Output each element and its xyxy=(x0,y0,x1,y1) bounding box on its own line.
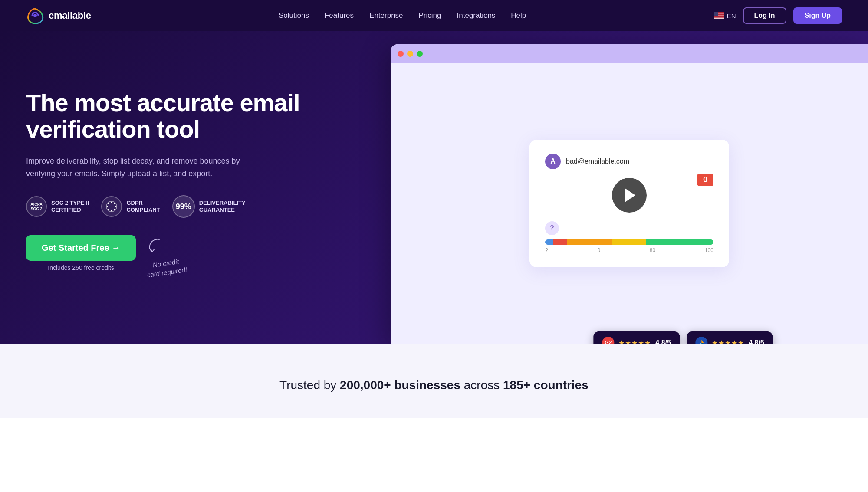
gdpr-badge: GDPRCOMPLIANT xyxy=(101,196,160,217)
hero-content: The most accurate email verification too… xyxy=(26,89,308,277)
email-address: bad@emailable.com xyxy=(566,157,629,165)
progress-green xyxy=(646,239,713,245)
capterra-rating-badge: ★★★★★ 4.8/5 xyxy=(687,331,773,344)
email-row: A bad@emailable.com xyxy=(545,154,713,169)
navbar: emailable Solutions Features Enterprise … xyxy=(0,0,868,31)
g2-score: 4.8/5 xyxy=(655,339,671,344)
play-container: 0 xyxy=(545,178,713,213)
hero-section: The most accurate email verification too… xyxy=(0,31,868,344)
svg-point-17 xyxy=(108,209,109,210)
nav-links: Solutions Features Enterprise Pricing In… xyxy=(279,11,526,20)
get-started-button[interactable]: Get Started Free → xyxy=(26,235,136,261)
label-zero: 0 xyxy=(597,247,600,253)
gdpr-stars-icon xyxy=(105,200,118,213)
browser-bar xyxy=(391,44,868,63)
signup-button[interactable]: Sign Up xyxy=(793,7,842,24)
no-credit-note-area: No creditcard required! xyxy=(146,235,187,277)
play-button[interactable] xyxy=(612,178,647,213)
score-badge: 0 xyxy=(697,174,713,186)
browser-content: A bad@emailable.com 0 ? xyxy=(391,63,868,344)
hero-visual: A bad@emailable.com 0 ? xyxy=(391,31,868,344)
progress-orange xyxy=(567,239,612,245)
deliverability-icon: 99% xyxy=(172,195,195,218)
progress-bar: ? 0 80 100 xyxy=(545,239,713,253)
progress-yellow xyxy=(612,239,646,245)
label-100: 100 xyxy=(705,247,713,253)
deliverability-badge: 99% DELIVERABILITYGUARANTEE xyxy=(172,195,246,218)
window-minimize-dot xyxy=(407,51,413,57)
logo-icon xyxy=(26,7,44,25)
cta-area: Get Started Free → Includes 250 free cre… xyxy=(26,235,308,277)
flag-icon xyxy=(714,12,724,19)
language-selector[interactable]: EN xyxy=(714,12,736,20)
svg-rect-7 xyxy=(714,17,724,17)
cta-sub-label: Includes 250 free credits xyxy=(48,264,114,271)
svg-point-14 xyxy=(115,206,117,207)
svg-point-12 xyxy=(111,210,112,212)
label-80: 80 xyxy=(650,247,655,253)
rating-badges: G2 ★★★★★ 4.8/5 ★★★ xyxy=(593,331,773,344)
nav-help[interactable]: Help xyxy=(511,11,526,20)
play-icon xyxy=(625,188,635,202)
soc2-badge: AICPASOC 2 SOC 2 TYPE IICERTIFIED xyxy=(26,196,89,217)
svg-point-18 xyxy=(114,209,115,210)
trusted-count: 200,000+ businesses xyxy=(340,378,460,392)
capterra-logo-svg xyxy=(697,339,705,344)
nav-enterprise[interactable]: Enterprise xyxy=(369,11,403,20)
trusted-section: Trusted by 200,000+ businesses across 18… xyxy=(0,344,868,418)
label-question: ? xyxy=(545,247,548,253)
progress-labels: ? 0 80 100 xyxy=(545,247,713,253)
svg-rect-6 xyxy=(714,16,724,16)
trusted-title: Trusted by 200,000+ businesses across 18… xyxy=(26,378,842,392)
soc2-icon: AICPASOC 2 xyxy=(26,196,47,217)
svg-point-15 xyxy=(108,203,109,204)
nav-right: EN Log In Sign Up xyxy=(714,7,842,24)
svg-rect-8 xyxy=(714,18,724,19)
nav-integrations[interactable]: Integrations xyxy=(457,11,496,20)
logo-link[interactable]: emailable xyxy=(26,7,91,25)
capterra-score: 4.8/5 xyxy=(749,339,764,344)
cta-button-label: Get Started Free → xyxy=(42,243,120,253)
g2-stars: ★★★★★ xyxy=(618,339,651,344)
progress-blue xyxy=(545,239,553,245)
g2-logo: G2 xyxy=(602,337,614,344)
trusted-countries: 185+ countries xyxy=(503,378,589,392)
progress-track xyxy=(545,239,713,245)
lang-label: EN xyxy=(727,12,736,20)
cta-left: Get Started Free → Includes 250 free cre… xyxy=(26,235,136,271)
window-close-dot xyxy=(398,51,404,57)
email-verification-card: A bad@emailable.com 0 ? xyxy=(529,140,729,267)
window-maximize-dot xyxy=(417,51,423,57)
svg-point-16 xyxy=(114,203,115,204)
svg-point-1 xyxy=(33,14,37,17)
progress-red xyxy=(553,239,567,245)
no-credit-text: No creditcard required! xyxy=(145,256,188,279)
svg-point-13 xyxy=(107,206,108,207)
hero-title: The most accurate email verification too… xyxy=(26,89,308,143)
nav-pricing[interactable]: Pricing xyxy=(419,11,441,20)
logo-text: emailable xyxy=(49,10,91,21)
gdpr-icon xyxy=(101,196,122,217)
email-avatar: A xyxy=(545,154,561,169)
question-mark-icon: ? xyxy=(545,221,559,235)
login-button[interactable]: Log In xyxy=(743,7,786,24)
capterra-stars: ★★★★★ xyxy=(712,339,744,344)
svg-point-11 xyxy=(111,202,112,203)
trust-badges: AICPASOC 2 SOC 2 TYPE IICERTIFIED xyxy=(26,195,308,218)
capterra-logo xyxy=(695,337,707,344)
deliverability-label: DELIVERABILITYGUARANTEE xyxy=(199,200,246,214)
svg-point-10 xyxy=(106,201,117,212)
soc2-label: SOC 2 TYPE IICERTIFIED xyxy=(51,200,89,214)
svg-rect-9 xyxy=(714,12,718,16)
g2-rating-badge: G2 ★★★★★ 4.8/5 xyxy=(593,331,680,344)
nav-features[interactable]: Features xyxy=(325,11,354,20)
arrow-icon xyxy=(146,235,164,253)
gdpr-label: GDPRCOMPLIANT xyxy=(126,200,160,214)
hero-subtitle: Improve deliverability, stop list decay,… xyxy=(26,155,252,180)
browser-window: A bad@emailable.com 0 ? xyxy=(391,44,868,344)
nav-solutions[interactable]: Solutions xyxy=(279,11,309,20)
